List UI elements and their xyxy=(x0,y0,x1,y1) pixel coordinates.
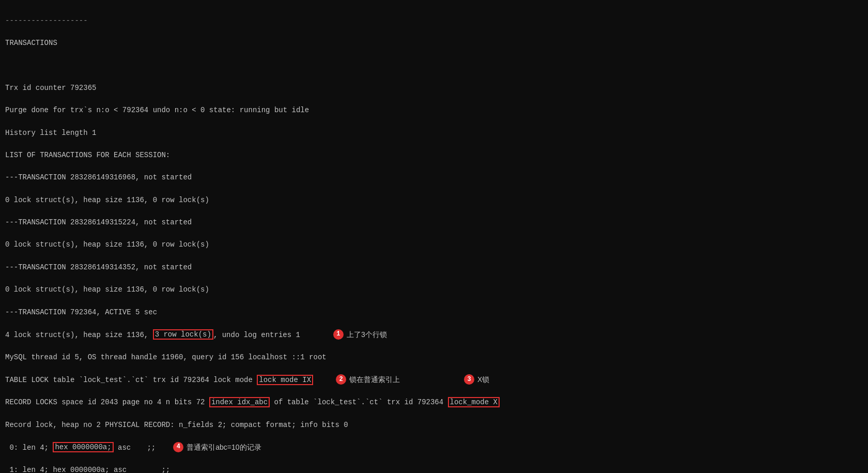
line-trx-counter: Trx id counter 792365 xyxy=(5,83,863,94)
line-transactions-title: TRANSACTIONS xyxy=(5,38,863,49)
line-record-locks-1: RECORD LOCKS space id 2043 page no 4 n b… xyxy=(5,397,863,408)
terminal-output: ------------------- TRANSACTIONS Trx id … xyxy=(0,0,868,473)
line-trx3: ---TRANSACTION 283286149314352, not star… xyxy=(5,262,863,273)
line-list-header: LIST OF TRANSACTIONS FOR EACH SESSION: xyxy=(5,150,863,161)
line-4locks: 4 lock struct(s), heap size 1136, 3 row … xyxy=(5,329,863,341)
line-purge: Purge done for trx`s n:o < 792364 undo n… xyxy=(5,105,863,116)
annotation-text-2: 锁在普通索引上 xyxy=(349,374,400,386)
line-blank xyxy=(5,60,863,71)
bubble-2: 2 xyxy=(336,374,346,385)
line-record-lock-physical-1: Record lock, heap no 2 PHYSICAL RECORD: … xyxy=(5,420,863,431)
line-trx2: ---TRANSACTION 283286149315224, not star… xyxy=(5,217,863,228)
line-history: History list length 1 xyxy=(5,128,863,139)
bubble-4: 4 xyxy=(173,442,183,452)
highlight-hex-1: hex 0000000a; xyxy=(53,442,113,452)
bubble-3: 3 xyxy=(464,374,474,385)
line-lock3: 0 lock struct(s), heap size 1136, 0 row … xyxy=(5,284,863,296)
line-lock1: 0 lock struct(s), heap size 1136, 0 row … xyxy=(5,195,863,206)
annotation-text-1: 上了3个行锁 xyxy=(347,329,387,341)
line-mysql-thread: MySQL thread id 5, OS thread handle 1196… xyxy=(5,352,863,363)
highlight-index-abc-1: index idx_abc xyxy=(209,397,270,407)
line-field-1-1: 1: len 4; hex 0000000a; asc ;; xyxy=(5,465,863,473)
annotation-text-3: X锁 xyxy=(477,374,489,386)
line-table-lock: TABLE LOCK table `lock_test`.`ct` trx id… xyxy=(5,374,863,386)
bubble-1: 1 xyxy=(333,329,344,340)
highlight-row-locks: 3 row lock(s) xyxy=(153,329,213,340)
line-trx4: ---TRANSACTION 792364, ACTIVE 5 sec xyxy=(5,307,863,318)
line-lock2: 0 lock struct(s), heap size 1136, 0 row … xyxy=(5,239,863,251)
separator-top: ------------------- xyxy=(5,16,863,27)
line-trx1: ---TRANSACTION 283286149316968, not star… xyxy=(5,172,863,184)
highlight-lock-mode-x-1: lock_mode X xyxy=(448,397,500,407)
annotation-text-4: 普通索引abc=10的记录 xyxy=(187,442,261,453)
line-field-0-1: 0: len 4; hex 0000000a; asc ;;4普通索引abc=1… xyxy=(5,442,863,453)
highlight-lock-mode-ix: lock mode IX xyxy=(257,375,313,385)
